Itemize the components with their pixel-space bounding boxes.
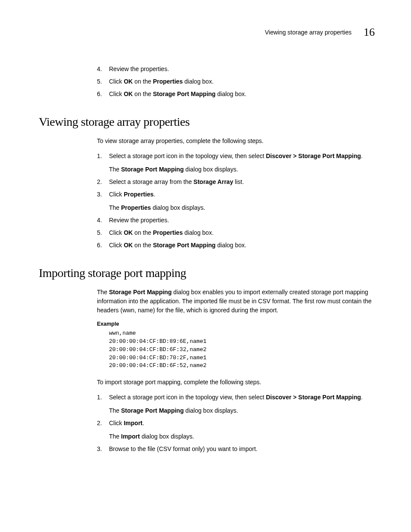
section1-intro: To view storage array properties, comple… (97, 137, 377, 146)
chapter-number: 16 (364, 26, 375, 39)
step-2: 2.Select a storage array from the Storag… (97, 177, 377, 187)
step-substep: The Storage Port Mapping dialog box disp… (109, 406, 377, 415)
step-1: 1. Select a storage port icon in the top… (97, 393, 377, 415)
step-text: Click Import. (109, 420, 144, 426)
step-text: Click OK on the Storage Port Mapping dia… (109, 242, 246, 249)
step-text: Click OK on the Properties dialog box. (109, 78, 214, 85)
step-text: Select a storage array from the Storage … (109, 178, 244, 185)
step-3: 3.Browse to the file (CSV format only) y… (97, 445, 377, 454)
step-5: 5.Click OK on the Properties dialog box. (97, 228, 377, 237)
section2-intro: The Storage Port Mapping dialog box enab… (97, 288, 377, 315)
example-label: Example (97, 321, 377, 327)
section-heading-viewing: Viewing storage array properties (39, 115, 377, 129)
step-1: 1. Select a storage port icon in the top… (97, 152, 377, 174)
step-text: Review the properties. (109, 65, 169, 72)
step-5: 5.Click OK on the Properties dialog box. (97, 77, 377, 86)
header-title: Viewing storage array properties (265, 29, 352, 36)
step-text: Review the properties. (109, 217, 169, 224)
step-6: 6.Click OK on the Storage Port Mapping d… (97, 90, 377, 99)
step-3: 3. Click Properties. The Properties dial… (97, 190, 377, 212)
step-substep: The Storage Port Mapping dialog box disp… (109, 165, 377, 174)
page-header: Viewing storage array properties 16 (39, 26, 377, 39)
step-2: 2. Click Import. The Import dialog box d… (97, 419, 377, 441)
step-text: Browse to the file (CSV format only) you… (109, 445, 258, 452)
step-text: Click OK on the Properties dialog box. (109, 229, 214, 236)
step-6: 6.Click OK on the Storage Port Mapping d… (97, 241, 377, 250)
step-text: Select a storage port icon in the topolo… (109, 394, 363, 401)
step-substep: The Import dialog box displays. (109, 432, 377, 441)
step-text: Click Properties. (109, 191, 155, 198)
step-substep: The Properties dialog box displays. (109, 203, 377, 212)
section1-body: To view storage array properties, comple… (97, 137, 377, 250)
section-heading-importing: Importing storage port mapping (39, 266, 377, 280)
section2-intro2: To import storage port mapping, complete… (97, 378, 377, 387)
step-4: 4.Review the properties. (97, 216, 377, 225)
code-example: wwn,name 20:00:00:04:CF:BD:89:6E,name1 2… (109, 330, 377, 370)
step-4: 4.Review the properties. (97, 65, 377, 74)
section2-body: The Storage Port Mapping dialog box enab… (97, 288, 377, 454)
step-text: Click OK on the Storage Port Mapping dia… (109, 90, 246, 97)
continuation-steps: 4.Review the properties. 5.Click OK on t… (97, 65, 377, 99)
step-text: Select a storage port icon in the topolo… (109, 152, 363, 159)
